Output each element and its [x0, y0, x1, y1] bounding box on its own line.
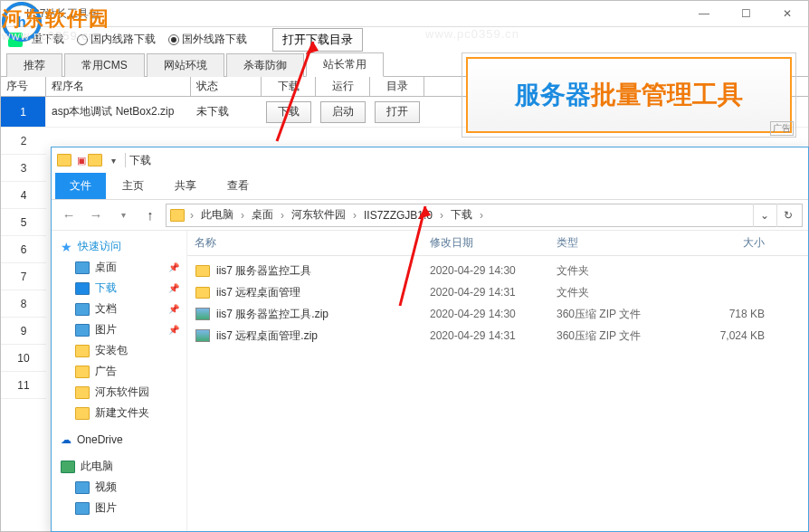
- row-index[interactable]: 7: [1, 263, 46, 290]
- col-name[interactable]: 程序名: [46, 77, 191, 96]
- tab-webmaster[interactable]: 站长常用: [306, 52, 384, 77]
- sidebar-item-hedong[interactable]: 河东软件园: [52, 382, 186, 403]
- breadcrumb-field[interactable]: › 此电脑 › 桌面 › 河东软件园 › IIS7ZZGJB1.0 › 下载 ›…: [166, 204, 803, 227]
- run-button[interactable]: 启动: [320, 101, 366, 123]
- tab-view[interactable]: 查看: [213, 173, 263, 199]
- list-item[interactable]: iis7 服务器监控工具2020-04-29 14:30文件夹: [187, 260, 808, 281]
- column-headers: 名称 修改日期 类型 大小: [187, 231, 808, 256]
- row-index[interactable]: 3: [1, 155, 46, 182]
- close-button[interactable]: ✕: [766, 1, 808, 26]
- refresh-button[interactable]: ↻: [776, 204, 798, 227]
- sidebar-item-pictures[interactable]: 图片📌: [52, 319, 186, 340]
- ribbon-tabs: 文件 主页 共享 查看: [52, 173, 808, 200]
- radio-icon: [77, 34, 88, 45]
- list-item[interactable]: iis7 远程桌面管理.zip2020-04-29 14:31360压缩 ZIP…: [187, 325, 808, 347]
- minimize-button[interactable]: —: [683, 1, 725, 26]
- col-open[interactable]: 目录: [370, 77, 424, 96]
- sidebar-quick-access[interactable]: ★ 快速访问: [52, 236, 186, 257]
- sidebar-item-downloads[interactable]: ↓下载📌: [52, 278, 186, 299]
- back-button[interactable]: ←: [57, 204, 81, 226]
- chevron-down-icon[interactable]: ▾: [111, 156, 116, 166]
- col-size[interactable]: 大小: [692, 235, 783, 251]
- open-button[interactable]: 打开: [375, 101, 420, 123]
- download-button[interactable]: 下载: [266, 101, 311, 123]
- forward-button[interactable]: →: [84, 204, 108, 226]
- crumb-iis7[interactable]: IIS7ZZGJB1.0: [358, 207, 438, 223]
- row-index[interactable]: 10: [1, 345, 46, 372]
- tab-antivirus[interactable]: 杀毒防御: [226, 53, 304, 77]
- row-index[interactable]: 8: [1, 290, 46, 318]
- banner-text: 服务器批量管理工具: [466, 57, 792, 133]
- tab-home[interactable]: 主页: [108, 173, 158, 199]
- sidebar-item-install[interactable]: 安装包: [52, 340, 186, 361]
- pin-icon: 📌: [168, 283, 179, 293]
- radio-foreign[interactable]: 国外线路下载: [168, 32, 247, 47]
- pc-icon: [61, 461, 75, 473]
- sidebar-item-videos[interactable]: 视频: [52, 477, 186, 498]
- row-index[interactable]: 9: [1, 318, 46, 345]
- zip-icon: [195, 308, 210, 320]
- sidebar-item-documents[interactable]: 文档📌: [52, 299, 186, 319]
- sidebar-item-ad[interactable]: 广告: [52, 361, 186, 382]
- tab-recommend[interactable]: 推荐: [6, 53, 62, 77]
- zip-icon: [195, 329, 210, 342]
- toolbar: 重下载 国内线路下载 国外线路下载 打开下载目录: [1, 26, 808, 52]
- crumb-thispc[interactable]: 此电脑: [195, 205, 239, 224]
- watermark-logo: h: [2, 2, 42, 42]
- pin-icon: 📌: [168, 325, 179, 335]
- col-status[interactable]: 状态: [191, 77, 262, 96]
- list-item[interactable]: iis7 服务器监控工具.zip2020-04-29 14:30360压缩 ZI…: [187, 303, 808, 325]
- explorer-titlebar: ▣ ▾ 下载: [52, 147, 808, 173]
- row-index[interactable]: 2: [1, 128, 46, 155]
- pin-icon: 📌: [168, 304, 179, 314]
- radio-domestic[interactable]: 国内线路下载: [77, 32, 156, 47]
- app-titlebar: IIS7站长工具包 — ☐ ✕: [1, 1, 808, 26]
- cell-seq: 1: [1, 97, 46, 127]
- col-date[interactable]: 修改日期: [430, 235, 557, 251]
- sidebar-onedrive[interactable]: ☁OneDrive: [52, 431, 186, 449]
- sidebar: ★ 快速访问 桌面📌 ↓下载📌 文档📌 图片📌 安装包 广告 河东软件园 新建文…: [52, 231, 187, 531]
- crumb-download[interactable]: 下载: [445, 205, 478, 224]
- folder-icon: [195, 287, 210, 299]
- crumb-hedong[interactable]: 河东软件园: [286, 205, 351, 224]
- download-icon: ↓: [75, 282, 90, 295]
- crumb-desktop[interactable]: 桌面: [246, 205, 279, 224]
- col-seq[interactable]: 序号: [1, 77, 46, 96]
- radio-icon: [168, 34, 179, 45]
- row-index[interactable]: 5: [1, 209, 46, 236]
- row-index[interactable]: 6: [1, 236, 46, 263]
- explorer-window: ▣ ▾ 下载 文件 主页 共享 查看 ← → ▾ ↑ › 此电脑 › 桌面 › …: [51, 147, 809, 532]
- sidebar-thispc[interactable]: 此电脑: [52, 456, 186, 477]
- sidebar-item-desktop[interactable]: 桌面📌: [52, 257, 186, 278]
- history-dropdown[interactable]: ⌄: [753, 204, 775, 227]
- list-item[interactable]: iis7 远程桌面管理2020-04-29 14:31文件夹: [187, 281, 808, 303]
- up-button[interactable]: ↑: [138, 204, 162, 226]
- col-download[interactable]: 下载: [262, 77, 316, 96]
- star-icon: ★: [61, 240, 72, 254]
- folder-icon: [170, 209, 185, 222]
- tab-env[interactable]: 网站环境: [147, 53, 224, 77]
- tab-share[interactable]: 共享: [160, 173, 211, 199]
- cloud-icon: ☁: [61, 433, 71, 446]
- tab-cms[interactable]: 常用CMS: [64, 53, 145, 77]
- row-index[interactable]: 4: [1, 182, 46, 209]
- explorer-title: 下载: [129, 153, 151, 168]
- pin-icon: 📌: [168, 262, 179, 272]
- folder-icon: [57, 154, 71, 166]
- col-run[interactable]: 运行: [316, 77, 370, 96]
- file-list: iis7 服务器监控工具2020-04-29 14:30文件夹 iis7 远程桌…: [187, 256, 808, 350]
- sidebar-item-images[interactable]: 图片: [52, 498, 186, 518]
- tab-file[interactable]: 文件: [55, 173, 106, 199]
- open-download-dir-button[interactable]: 打开下载目录: [272, 28, 363, 52]
- col-name[interactable]: 名称: [195, 235, 430, 251]
- sidebar-item-newfolder[interactable]: 新建文件夹: [52, 403, 186, 423]
- recent-dropdown[interactable]: ▾: [111, 204, 135, 226]
- address-bar: ← → ▾ ↑ › 此电脑 › 桌面 › 河东软件园 › IIS7ZZGJB1.…: [52, 200, 808, 231]
- folder-icon: [88, 154, 102, 166]
- row-index[interactable]: 11: [1, 372, 46, 399]
- ad-tag: 广告: [770, 121, 794, 136]
- maximize-button[interactable]: ☐: [725, 1, 766, 26]
- col-type[interactable]: 类型: [557, 235, 692, 251]
- file-pane: 名称 修改日期 类型 大小 iis7 服务器监控工具2020-04-29 14:…: [187, 231, 808, 531]
- ad-banner[interactable]: 服务器批量管理工具 广告: [462, 52, 796, 138]
